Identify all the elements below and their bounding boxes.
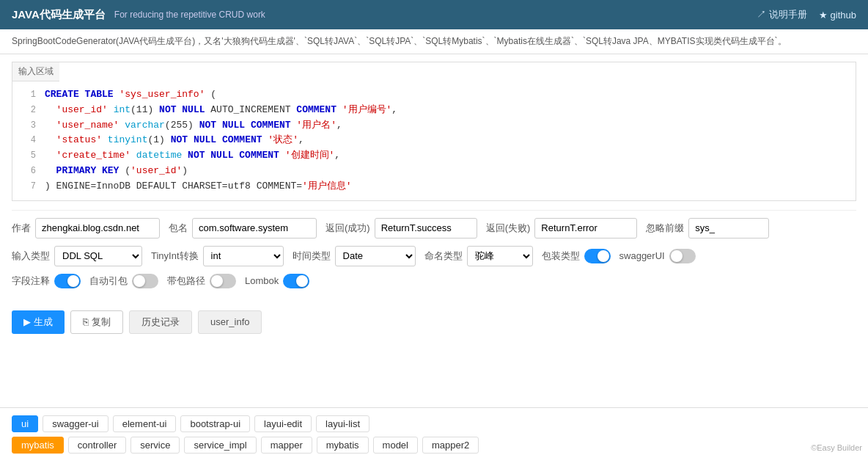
auto-import-toggle[interactable] xyxy=(132,274,158,288)
with-package-group: 带包路径 xyxy=(167,274,236,288)
tag-service[interactable]: service xyxy=(130,437,180,454)
tag-swagger-ui[interactable]: swagger-ui xyxy=(43,415,108,432)
tag-element-ui[interactable]: element-ui xyxy=(113,415,177,432)
swagger-label: swaggerUI xyxy=(619,250,665,261)
form-row-2: 输入类型 DDL SQL TinyInt转换 int 时间类型 Date 命名类… xyxy=(12,246,856,266)
return-success-input[interactable] xyxy=(375,218,477,239)
field-comment-thumb xyxy=(67,275,79,287)
generate-button[interactable]: ▶ 生成 xyxy=(12,310,65,334)
package-group: 包名 xyxy=(169,218,317,239)
return-success-label: 返回(成功) xyxy=(326,222,370,235)
play-icon: ▶ xyxy=(23,316,31,327)
lombok-group: Lombok xyxy=(245,274,309,288)
tag-mapper[interactable]: mapper xyxy=(261,437,312,454)
input-type-label: 输入类型 xyxy=(12,250,50,263)
return-error-group: 返回(失败) xyxy=(486,218,638,239)
tag-ui[interactable]: ui xyxy=(12,415,38,432)
lombok-track xyxy=(283,274,309,288)
package-type-label: 包装类型 xyxy=(542,250,580,263)
package-type-toggle[interactable] xyxy=(584,249,611,263)
tag-controller[interactable]: controller xyxy=(68,437,126,454)
lombok-label: Lombok xyxy=(245,275,279,286)
copy-button[interactable]: ⎘ 复制 xyxy=(70,310,123,334)
btn-row: ▶ 生成 ⎘ 复制 历史记录 user_info xyxy=(12,303,856,341)
field-comment-track xyxy=(54,274,81,288)
return-error-input[interactable] xyxy=(534,218,637,239)
line-num-5: 5 xyxy=(18,149,36,163)
package-label: 包名 xyxy=(169,222,188,235)
naming-select[interactable]: 驼峰 xyxy=(467,246,533,266)
history-button[interactable]: 历史记录 xyxy=(129,310,192,334)
line-num-6: 6 xyxy=(18,164,36,178)
tag-bootstrap-ui[interactable]: bootstrap-ui xyxy=(180,415,250,432)
ignore-prefix-label: 忽略前缀 xyxy=(646,222,684,235)
tinyint-label: TinyInt转换 xyxy=(151,250,199,263)
footer-bar: ©Easy Builder xyxy=(805,440,868,455)
form-section: 作者 包名 返回(成功) 返回(失败) 忽略前缀 xyxy=(12,210,856,303)
generate-label: 生成 xyxy=(34,316,53,329)
code-content-4: 'status' tinyint(1) NOT NULL COMMENT '状态… xyxy=(45,133,850,148)
tag-row-2: mybatis controller service service_impl … xyxy=(12,437,856,454)
author-group: 作者 xyxy=(12,218,160,239)
copy-label: 复制 xyxy=(92,316,111,329)
main-content: 输入区域 1 CREATE TABLE 'sys_user_info' ( 2 … xyxy=(0,54,868,407)
github-link[interactable]: ★ github xyxy=(819,10,856,21)
header-right: ↗ 说明手册 ★ github xyxy=(757,8,856,21)
code-content-2: 'user_id' int(11) NOT NULL AUTO_INCREMEN… xyxy=(45,103,850,118)
tab-button[interactable]: user_info xyxy=(198,310,262,334)
code-content-3: 'user_name' varchar(255) NOT NULL COMMEN… xyxy=(45,118,850,134)
auto-import-track xyxy=(132,274,158,288)
input-type-select[interactable]: DDL SQL xyxy=(54,246,142,266)
tag-layui-edit[interactable]: layui-edit xyxy=(254,415,312,432)
with-package-track xyxy=(210,274,236,288)
with-package-toggle[interactable] xyxy=(210,274,236,288)
manual-link[interactable]: ↗ 说明手册 xyxy=(757,8,807,21)
history-label: 历史记录 xyxy=(141,316,180,329)
with-package-thumb xyxy=(211,275,223,287)
tag-mybatis[interactable]: mybatis xyxy=(12,437,64,454)
code-content-7: ) ENGINE=InnoDB DEFAULT CHARSET=utf8 COM… xyxy=(45,179,850,194)
tag-layui-list[interactable]: layui-list xyxy=(316,415,369,432)
field-comment-toggle[interactable] xyxy=(54,274,81,288)
code-content-1: CREATE TABLE 'sys_user_info' ( xyxy=(45,87,850,103)
auto-import-group: 自动引包 xyxy=(89,274,158,288)
manual-label: 说明手册 xyxy=(769,9,807,20)
header: JAVA代码生成平台 For reducing the repetitive C… xyxy=(0,0,868,29)
empty-area xyxy=(12,341,856,400)
code-line-7: 7 ) ENGINE=InnoDB DEFAULT CHARSET=utf8 C… xyxy=(12,179,856,194)
code-line-3: 3 'user_name' varchar(255) NOT NULL COMM… xyxy=(12,118,856,134)
package-type-thumb xyxy=(597,250,609,262)
ignore-prefix-input[interactable] xyxy=(688,218,769,239)
tag-mybatis2[interactable]: mybatis xyxy=(317,437,369,454)
lombok-toggle[interactable] xyxy=(283,274,309,288)
code-editor[interactable]: 1 CREATE TABLE 'sys_user_info' ( 2 'user… xyxy=(12,81,856,200)
return-success-group: 返回(成功) xyxy=(326,218,477,239)
header-left: JAVA代码生成平台 For reducing the repetitive C… xyxy=(12,8,265,22)
share-icon: ↗ xyxy=(757,9,766,20)
time-type-select[interactable]: Date xyxy=(335,246,416,266)
tag-mapper2[interactable]: mapper2 xyxy=(422,437,479,454)
package-input[interactable] xyxy=(192,218,317,239)
swagger-group: swaggerUI xyxy=(619,249,696,263)
tag-model[interactable]: model xyxy=(373,437,418,454)
author-input[interactable] xyxy=(35,218,160,239)
code-line-2: 2 'user_id' int(11) NOT NULL AUTO_INCREM… xyxy=(12,103,856,118)
line-num-3: 3 xyxy=(18,119,36,133)
line-num-4: 4 xyxy=(18,134,36,148)
form-row-3: 字段注释 自动引包 带包路径 xyxy=(12,274,856,288)
auto-import-thumb xyxy=(133,275,145,287)
tinyint-group: TinyInt转换 int xyxy=(151,246,284,266)
tag-service-impl[interactable]: service_impl xyxy=(184,437,256,454)
code-line-5: 5 'create_time' datetime NOT NULL COMMEN… xyxy=(12,148,856,164)
footer-text: ©Easy Builder xyxy=(811,443,862,452)
line-num-1: 1 xyxy=(18,88,36,102)
code-content-6: PRIMARY KEY ('user_id') xyxy=(45,164,850,179)
swagger-thumb xyxy=(671,250,683,262)
author-label: 作者 xyxy=(12,222,31,235)
field-comment-group: 字段注释 xyxy=(12,274,81,288)
tinyint-select[interactable]: int xyxy=(203,246,284,266)
swagger-toggle[interactable] xyxy=(669,249,696,263)
line-num-7: 7 xyxy=(18,180,36,194)
copy-icon: ⎘ xyxy=(83,316,89,327)
desc-bar: SpringBootCodeGenerator(JAVA代码生成平台)，又名'大… xyxy=(0,29,868,54)
